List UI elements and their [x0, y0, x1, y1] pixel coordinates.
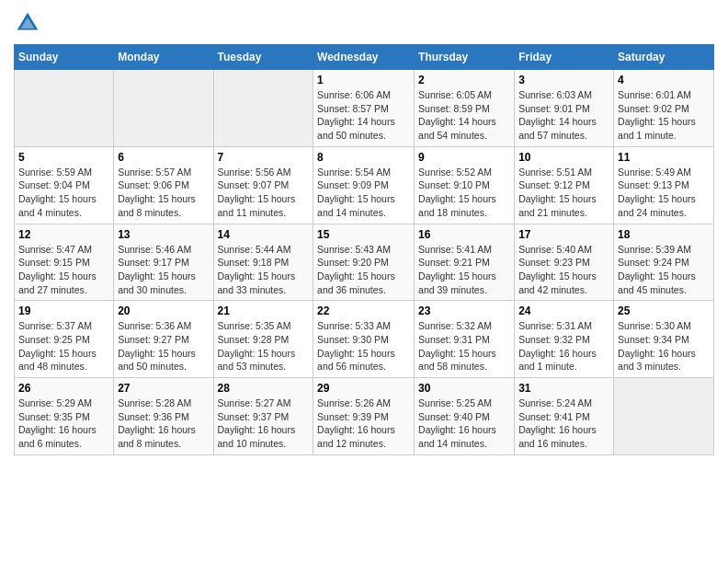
calendar-cell: 30Sunrise: 5:25 AMSunset: 9:40 PMDayligh…: [415, 378, 515, 455]
day-info: Sunrise: 5:28 AMSunset: 9:36 PMDaylight:…: [118, 396, 209, 451]
day-info: Sunrise: 5:35 AMSunset: 9:28 PMDaylight:…: [218, 319, 310, 373]
calendar-cell: 18Sunrise: 5:39 AMSunset: 9:24 PMDayligh…: [614, 224, 714, 301]
day-number: 11: [618, 151, 710, 164]
day-number: 20: [118, 304, 209, 317]
day-number: 28: [218, 382, 310, 395]
calendar-week-row: 12Sunrise: 5:47 AMSunset: 9:15 PMDayligh…: [15, 224, 714, 301]
day-info: Sunrise: 5:54 AMSunset: 9:09 PMDaylight:…: [317, 166, 410, 220]
logo-icon: [14, 9, 41, 37]
day-number: 9: [418, 151, 510, 164]
day-info: Sunrise: 5:49 AMSunset: 9:13 PMDaylight:…: [618, 166, 710, 220]
calendar-cell: 8Sunrise: 5:54 AMSunset: 9:09 PMDaylight…: [313, 146, 415, 224]
calendar-week-row: 19Sunrise: 5:37 AMSunset: 9:25 PMDayligh…: [15, 301, 714, 378]
day-info: Sunrise: 5:29 AMSunset: 9:35 PMDaylight:…: [18, 396, 109, 451]
calendar-cell: [614, 378, 714, 455]
weekday-header: Friday: [515, 45, 614, 70]
day-info: Sunrise: 5:32 AMSunset: 9:31 PMDaylight:…: [418, 319, 510, 373]
calendar-cell: 21Sunrise: 5:35 AMSunset: 9:28 PMDayligh…: [213, 301, 313, 378]
day-number: 14: [218, 228, 310, 241]
day-info: Sunrise: 5:30 AMSunset: 9:34 PMDaylight:…: [618, 319, 710, 373]
day-number: 12: [18, 228, 109, 241]
day-number: 6: [118, 151, 209, 164]
calendar-cell: [114, 70, 213, 147]
day-info: Sunrise: 5:25 AMSunset: 9:40 PMDaylight:…: [418, 396, 510, 451]
day-number: 18: [618, 228, 710, 241]
day-number: 17: [518, 228, 609, 241]
day-number: 23: [418, 304, 510, 317]
calendar-week-row: 26Sunrise: 5:29 AMSunset: 9:35 PMDayligh…: [15, 378, 714, 455]
day-number: 29: [317, 382, 410, 395]
day-number: 7: [218, 151, 310, 164]
day-info: Sunrise: 6:05 AMSunset: 8:59 PMDaylight:…: [418, 88, 510, 143]
day-number: 13: [118, 228, 209, 241]
day-info: Sunrise: 6:03 AMSunset: 9:01 PMDaylight:…: [518, 88, 609, 143]
calendar-cell: [213, 70, 313, 147]
day-number: 21: [218, 304, 310, 317]
day-info: Sunrise: 5:51 AMSunset: 9:12 PMDaylight:…: [518, 166, 609, 220]
calendar-cell: 22Sunrise: 5:33 AMSunset: 9:30 PMDayligh…: [313, 301, 415, 378]
calendar-cell: 6Sunrise: 5:57 AMSunset: 9:06 PMDaylight…: [114, 146, 213, 224]
weekday-header: Sunday: [15, 45, 114, 70]
calendar-cell: 17Sunrise: 5:40 AMSunset: 9:23 PMDayligh…: [515, 224, 614, 301]
day-number: 26: [18, 382, 109, 395]
calendar-cell: 2Sunrise: 6:05 AMSunset: 8:59 PMDaylight…: [415, 70, 515, 147]
day-info: Sunrise: 5:27 AMSunset: 9:37 PMDaylight:…: [218, 396, 310, 451]
day-number: 1: [317, 74, 410, 86]
day-info: Sunrise: 5:24 AMSunset: 9:41 PMDaylight:…: [518, 396, 609, 451]
calendar-cell: 1Sunrise: 6:06 AMSunset: 8:57 PMDaylight…: [313, 70, 415, 147]
day-number: 15: [317, 228, 410, 241]
calendar-cell: 12Sunrise: 5:47 AMSunset: 9:15 PMDayligh…: [15, 224, 114, 301]
day-info: Sunrise: 5:52 AMSunset: 9:10 PMDaylight:…: [418, 166, 510, 220]
day-info: Sunrise: 5:36 AMSunset: 9:27 PMDaylight:…: [118, 319, 209, 373]
calendar-cell: 25Sunrise: 5:30 AMSunset: 9:34 PMDayligh…: [614, 301, 714, 378]
calendar-cell: 5Sunrise: 5:59 AMSunset: 9:04 PMDaylight…: [15, 146, 114, 224]
day-number: 8: [317, 151, 410, 164]
day-info: Sunrise: 5:31 AMSunset: 9:32 PMDaylight:…: [518, 319, 609, 373]
weekday-header: Wednesday: [313, 45, 415, 70]
calendar-cell: 27Sunrise: 5:28 AMSunset: 9:36 PMDayligh…: [114, 378, 213, 455]
day-number: 5: [18, 151, 109, 164]
day-info: Sunrise: 5:26 AMSunset: 9:39 PMDaylight:…: [317, 396, 410, 451]
day-info: Sunrise: 5:33 AMSunset: 9:30 PMDaylight:…: [317, 319, 410, 373]
day-number: 19: [18, 304, 109, 317]
day-number: 31: [518, 382, 609, 395]
day-info: Sunrise: 5:44 AMSunset: 9:18 PMDaylight:…: [218, 243, 310, 297]
day-number: 25: [618, 304, 710, 317]
day-number: 2: [418, 74, 510, 86]
day-info: Sunrise: 5:40 AMSunset: 9:23 PMDaylight:…: [518, 243, 609, 297]
calendar-cell: 9Sunrise: 5:52 AMSunset: 9:10 PMDaylight…: [415, 146, 515, 224]
calendar-header: SundayMondayTuesdayWednesdayThursdayFrid…: [15, 45, 714, 70]
calendar-cell: 15Sunrise: 5:43 AMSunset: 9:20 PMDayligh…: [313, 224, 415, 301]
day-info: Sunrise: 5:43 AMSunset: 9:20 PMDaylight:…: [317, 243, 410, 297]
calendar-cell: 19Sunrise: 5:37 AMSunset: 9:25 PMDayligh…: [15, 301, 114, 378]
day-info: Sunrise: 5:56 AMSunset: 9:07 PMDaylight:…: [218, 166, 310, 220]
weekday-header: Monday: [114, 45, 213, 70]
logo: [14, 9, 45, 37]
calendar-cell: 29Sunrise: 5:26 AMSunset: 9:39 PMDayligh…: [313, 378, 415, 455]
calendar-cell: 28Sunrise: 5:27 AMSunset: 9:37 PMDayligh…: [213, 378, 313, 455]
day-info: Sunrise: 5:46 AMSunset: 9:17 PMDaylight:…: [118, 243, 209, 297]
calendar-cell: 20Sunrise: 5:36 AMSunset: 9:27 PMDayligh…: [114, 301, 213, 378]
day-number: 3: [518, 74, 609, 86]
calendar-table: SundayMondayTuesdayWednesdayThursdayFrid…: [14, 44, 714, 455]
day-number: 27: [118, 382, 209, 395]
day-number: 22: [317, 304, 410, 317]
day-info: Sunrise: 5:39 AMSunset: 9:24 PMDaylight:…: [618, 243, 710, 297]
day-number: 16: [418, 228, 510, 241]
calendar-cell: 3Sunrise: 6:03 AMSunset: 9:01 PMDaylight…: [515, 70, 614, 147]
day-info: Sunrise: 5:57 AMSunset: 9:06 PMDaylight:…: [118, 166, 209, 220]
calendar-cell: 7Sunrise: 5:56 AMSunset: 9:07 PMDaylight…: [213, 146, 313, 224]
day-number: 24: [518, 304, 609, 317]
calendar-cell: 11Sunrise: 5:49 AMSunset: 9:13 PMDayligh…: [614, 146, 714, 224]
calendar-cell: 4Sunrise: 6:01 AMSunset: 9:02 PMDaylight…: [614, 70, 714, 147]
weekday-header: Thursday: [415, 45, 515, 70]
page-header: [14, 9, 714, 37]
calendar-cell: 16Sunrise: 5:41 AMSunset: 9:21 PMDayligh…: [415, 224, 515, 301]
calendar-cell: 24Sunrise: 5:31 AMSunset: 9:32 PMDayligh…: [515, 301, 614, 378]
day-info: Sunrise: 5:37 AMSunset: 9:25 PMDaylight:…: [18, 319, 109, 373]
day-info: Sunrise: 6:01 AMSunset: 9:02 PMDaylight:…: [618, 88, 710, 143]
day-info: Sunrise: 5:41 AMSunset: 9:21 PMDaylight:…: [418, 243, 510, 297]
weekday-header: Saturday: [614, 45, 714, 70]
calendar-week-row: 5Sunrise: 5:59 AMSunset: 9:04 PMDaylight…: [15, 146, 714, 224]
day-info: Sunrise: 5:59 AMSunset: 9:04 PMDaylight:…: [18, 166, 109, 220]
